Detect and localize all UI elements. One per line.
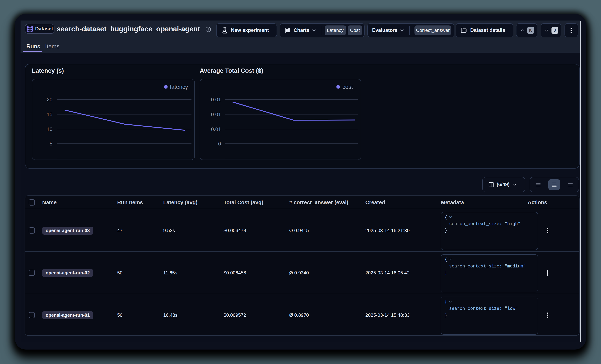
svg-text:15: 15 [47, 112, 52, 117]
svg-text:cost: cost [342, 84, 353, 90]
svg-text:0.01: 0.01 [211, 126, 221, 132]
svg-text:0.01: 0.01 [211, 97, 221, 102]
svg-text:0: 0 [218, 141, 221, 147]
svg-text:0.01: 0.01 [211, 112, 221, 117]
svg-text:20: 20 [47, 97, 52, 102]
svg-text:5: 5 [50, 141, 52, 147]
svg-text:latency: latency [170, 84, 188, 90]
svg-text:10: 10 [47, 126, 52, 132]
